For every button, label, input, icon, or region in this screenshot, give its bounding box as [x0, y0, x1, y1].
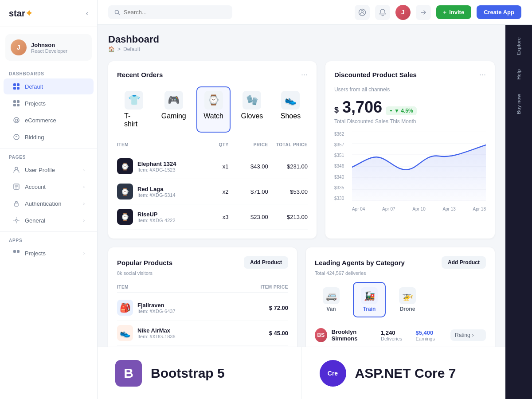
sidebar-item-projects-app[interactable]: Projects ›	[4, 245, 94, 261]
sidebar-item-label: General	[25, 217, 45, 224]
sidebar: star✦ ‹ J Johnson React Developer DASHBO…	[0, 0, 98, 399]
svg-point-13	[16, 219, 17, 221]
sidebar-item-label: User Profile	[25, 167, 55, 173]
search-box[interactable]	[108, 5, 232, 19]
create-app-button[interactable]: Create App	[477, 5, 521, 19]
user-name: Johnson	[31, 42, 67, 48]
sidebar-item-general[interactable]: General ›	[4, 212, 94, 228]
page-title-area: Dashboard 🏠 > Default	[108, 34, 159, 52]
user-icon	[12, 166, 20, 174]
list-item: 🎒 Fjallraven Item: #XDG-6437 $ 72.00	[117, 295, 288, 321]
cards-row: Recent Orders ··· 👕 T-shirt 🎮 Gaming	[108, 61, 495, 239]
popular-products-title: Popular Products	[117, 259, 172, 266]
table-row: ⌚ Elephant 1324 Item: #XDG-1523 x1 $43.0…	[117, 154, 308, 179]
sales-chart: $362 $357 $351 $346 $340 $335 $330	[334, 132, 486, 211]
add-product-button[interactable]: Add Product	[244, 256, 288, 269]
table-row: ⌚ Red Laga Item: #XDG-5314 x2 $71.00 $53…	[117, 179, 308, 204]
account-icon	[12, 183, 20, 191]
card-menu-icon[interactable]: ···	[301, 70, 308, 79]
order-image: ⌚	[117, 184, 133, 200]
order-total: $213.00	[272, 214, 308, 220]
sidebar-item-user-profile[interactable]: User Profile ›	[4, 162, 94, 178]
product-image: 👟	[117, 325, 133, 341]
order-qty: x3	[192, 214, 228, 220]
order-qty: x2	[192, 188, 228, 195]
add-product-button-2[interactable]: Add Product	[442, 256, 486, 269]
agent-tab-van[interactable]: 🚐 Van	[315, 282, 348, 317]
cat-label: Gloves	[241, 112, 263, 120]
sales-amount: $ 3,706 ▼ 4.5%	[334, 98, 486, 117]
help-item[interactable]: Help	[512, 64, 525, 85]
order-details: RiseUP Item: #XDG-4222	[137, 211, 176, 223]
auth-icon	[12, 200, 20, 207]
category-tab-gloves[interactable]: 🧤 Gloves	[234, 86, 270, 133]
explore-item[interactable]: Explore	[512, 32, 525, 60]
invite-button[interactable]: + Invite	[436, 5, 472, 19]
watch-icon: ⌚	[204, 91, 223, 110]
sales-card-menu-icon[interactable]: ···	[479, 70, 486, 79]
sales-subtitle: Users from all channels	[334, 86, 486, 93]
apps-section-label: APPS	[0, 235, 97, 245]
search-icon	[114, 9, 120, 16]
category-tab-shoes[interactable]: 👟 Shoes	[274, 86, 308, 133]
cat-label: T-shirt	[124, 112, 144, 128]
sales-title: Discounted Product Sales	[334, 71, 417, 78]
sidebar-item-account[interactable]: Account ›	[4, 179, 94, 195]
chart-svg-wrapper	[352, 132, 486, 201]
agent-tab-drone[interactable]: 🚁 Drone	[391, 282, 424, 317]
category-tabs: 👕 T-shirt 🎮 Gaming ⌚ Watch 🧤	[117, 86, 308, 133]
discounted-sales-card: Discounted Product Sales ··· Users from …	[325, 61, 495, 239]
sales-badge: ▼ 4.5%	[386, 106, 417, 115]
sidebar-item-bidding[interactable]: Bidding	[4, 129, 94, 145]
svg-point-9	[14, 134, 19, 140]
agent-tab-train[interactable]: 🚂 Train	[353, 282, 386, 317]
gaming-icon: 🎮	[164, 91, 183, 110]
grid-icon	[12, 82, 20, 90]
user-avatar-topbar[interactable]: J	[395, 5, 411, 20]
bidding-icon	[12, 133, 20, 141]
search-input[interactable]	[124, 9, 226, 16]
svg-rect-7	[17, 104, 20, 106]
drone-icon: 🚁	[399, 287, 416, 304]
cat-label: Shoes	[281, 112, 301, 120]
product-item: 👟 Nike AirMax Item: #XDG-1836	[117, 325, 231, 341]
chevron-down-icon: ›	[83, 184, 85, 189]
sidebar-item-default[interactable]: Default	[4, 78, 94, 94]
sidebar-item-ecommerce[interactable]: eCommerce	[4, 112, 94, 128]
popular-products-header: Popular Products Add Product	[117, 256, 288, 269]
logo-text: star✦	[9, 8, 33, 19]
notification-icon[interactable]	[375, 5, 390, 20]
sidebar-item-authentication[interactable]: Authentication ›	[4, 196, 94, 211]
line-chart-svg	[352, 132, 486, 201]
orders-table-header: ITEM QTY PRICE TOTAL PRICE	[117, 140, 308, 150]
svg-rect-6	[13, 104, 16, 106]
sidebar-item-projects[interactable]: Projects	[4, 95, 94, 111]
sidebar-item-label: Authentication	[25, 200, 61, 207]
chart-y-labels: $362 $357 $351 $346 $340 $335 $330	[334, 132, 344, 201]
bootstrap-text: Bootstrap 5	[151, 366, 225, 381]
rating-button[interactable]: Rating ›	[450, 329, 486, 341]
buy-now-item[interactable]: Buy now	[512, 89, 525, 120]
aspnet-icon: Cre	[320, 360, 346, 387]
agent-avatar: BS	[315, 328, 327, 342]
svg-point-8	[14, 117, 19, 123]
category-tab-gaming[interactable]: 🎮 Gaming	[154, 86, 193, 133]
tshirt-icon: 👕	[125, 91, 143, 110]
recent-orders-header: Recent Orders ···	[117, 70, 308, 79]
arrow-right-icon[interactable]	[416, 5, 431, 20]
category-tab-watch[interactable]: ⌚ Watch	[196, 86, 230, 133]
train-icon: 🚂	[361, 287, 378, 304]
category-tab-tshirt[interactable]: 👕 T-shirt	[117, 86, 151, 133]
main-area: J + Invite Create App Dashboard 🏠 >	[98, 0, 532, 399]
svg-rect-5	[17, 100, 20, 103]
ecommerce-icon	[12, 116, 20, 124]
order-image: ⌚	[117, 209, 133, 225]
product-item: 🎒 Fjallraven Item: #XDG-6437	[117, 300, 231, 316]
user-profile-card[interactable]: J Johnson React Developer	[5, 34, 92, 61]
sales-number: 3,706	[342, 98, 382, 117]
svg-point-18	[361, 10, 363, 12]
sidebar-collapse-button[interactable]: ‹	[86, 9, 88, 17]
user-circle-icon[interactable]	[355, 5, 370, 20]
sidebar-item-label: Default	[25, 83, 43, 90]
product-price: $ 45.00	[231, 330, 288, 336]
